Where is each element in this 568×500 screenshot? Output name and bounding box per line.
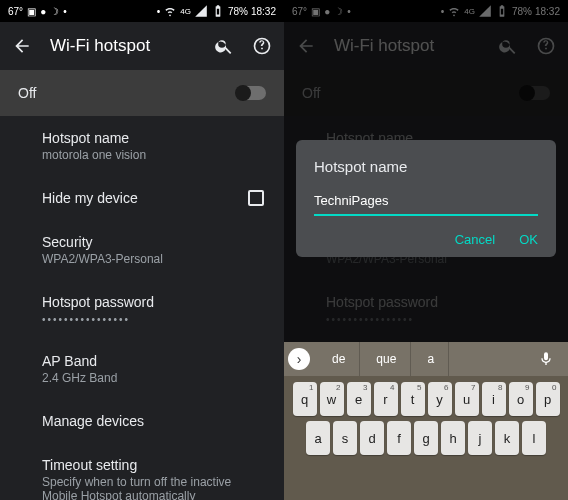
- suggestion-3[interactable]: a: [413, 342, 449, 376]
- toggle-switch[interactable]: [236, 86, 266, 100]
- key-j[interactable]: j: [468, 421, 492, 455]
- status-bar: 67° ▣ ● ☽ • • 4G 78% 18:32: [0, 0, 284, 22]
- settings-list: Hotspot name motorola one vision Hide my…: [0, 116, 284, 500]
- status-time: 18:32: [251, 6, 276, 17]
- item-timeout[interactable]: Timeout setting Specify when to turn off…: [0, 443, 284, 500]
- search-icon[interactable]: [214, 36, 234, 56]
- key-h[interactable]: h: [441, 421, 465, 455]
- battery-icon: [211, 4, 225, 18]
- item-hotspot-name[interactable]: Hotspot name motorola one vision: [0, 116, 284, 176]
- back-icon[interactable]: [12, 36, 32, 56]
- mic-icon[interactable]: [528, 351, 564, 367]
- item-ap-band[interactable]: AP Band 2.4 GHz Band: [0, 339, 284, 399]
- page-title: Wi-Fi hotspot: [50, 36, 150, 56]
- signal-icon: [194, 4, 208, 18]
- app-bar: Wi-Fi hotspot: [0, 22, 284, 70]
- key-d[interactable]: d: [360, 421, 384, 455]
- soft-keyboard[interactable]: › de que a 1q 2w 3e 4r 5t 6y 7u 8i 9o 0p: [284, 342, 568, 500]
- expand-icon[interactable]: ›: [288, 348, 310, 370]
- network-label: 4G: [180, 7, 191, 16]
- more-icon: •: [63, 6, 67, 17]
- ok-button[interactable]: OK: [519, 232, 538, 247]
- key-l[interactable]: l: [522, 421, 546, 455]
- wifi-icon: [163, 4, 177, 18]
- keyboard-suggestion-bar: › de que a: [284, 342, 568, 376]
- battery-pct: 78%: [228, 6, 248, 17]
- key-q[interactable]: 1q: [293, 382, 317, 416]
- item-password[interactable]: Hotspot password ••••••••••••••••: [0, 280, 284, 339]
- key-y[interactable]: 6y: [428, 382, 452, 416]
- screen-left: 67° ▣ ● ☽ • • 4G 78% 18:32 Wi-Fi hotspot: [0, 0, 284, 500]
- key-f[interactable]: f: [387, 421, 411, 455]
- item-manage-devices[interactable]: Manage devices: [0, 399, 284, 443]
- key-s[interactable]: s: [333, 421, 357, 455]
- picture-icon: ▣: [27, 6, 36, 17]
- screen-right: 67° ▣ ● ☽ • • 4G 78% 18:32 Wi-Fi hotspot: [284, 0, 568, 500]
- key-t[interactable]: 5t: [401, 382, 425, 416]
- key-a[interactable]: a: [306, 421, 330, 455]
- cloud-icon: ●: [40, 6, 46, 17]
- help-icon[interactable]: [252, 36, 272, 56]
- key-r[interactable]: 4r: [374, 382, 398, 416]
- key-k[interactable]: k: [495, 421, 519, 455]
- dialog-title: Hotspot name: [314, 158, 538, 175]
- hotspot-name-input[interactable]: [314, 189, 538, 216]
- dot-icon: •: [157, 6, 161, 17]
- item-security[interactable]: Security WPA2/WPA3-Personal: [0, 220, 284, 280]
- cancel-button[interactable]: Cancel: [455, 232, 495, 247]
- item-hide-device[interactable]: Hide my device: [0, 176, 284, 220]
- status-temp: 67°: [8, 6, 23, 17]
- key-w[interactable]: 2w: [320, 382, 344, 416]
- hotspot-toggle-row[interactable]: Off: [0, 70, 284, 116]
- keyboard-row-2: a s d f g h j k l: [287, 421, 565, 455]
- key-u[interactable]: 7u: [455, 382, 479, 416]
- hotspot-name-dialog: Hotspot name Cancel OK: [296, 140, 556, 257]
- hide-device-checkbox[interactable]: [248, 190, 264, 206]
- key-p[interactable]: 0p: [536, 382, 560, 416]
- moon-icon: ☽: [50, 6, 59, 17]
- suggestion-2[interactable]: que: [362, 342, 411, 376]
- key-g[interactable]: g: [414, 421, 438, 455]
- toggle-label: Off: [18, 85, 36, 101]
- key-e[interactable]: 3e: [347, 382, 371, 416]
- suggestion-1[interactable]: de: [318, 342, 360, 376]
- key-i[interactable]: 8i: [482, 382, 506, 416]
- keyboard-row-1: 1q 2w 3e 4r 5t 6y 7u 8i 9o 0p: [287, 382, 565, 416]
- key-o[interactable]: 9o: [509, 382, 533, 416]
